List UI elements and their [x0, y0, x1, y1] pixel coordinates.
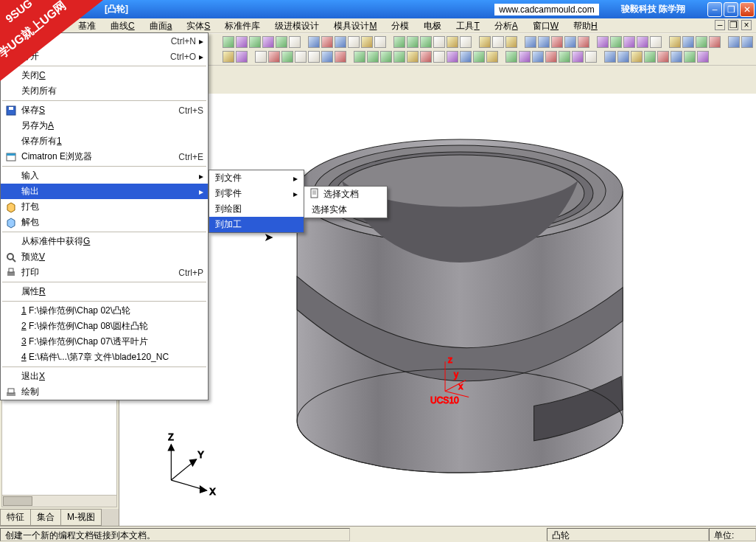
tool-icon[interactable]	[420, 51, 432, 63]
menu-item[interactable]: 绘制	[1, 384, 208, 400]
menu-item[interactable]: 从标准件中获得G	[1, 234, 208, 249]
menu-item[interactable]: 打包	[1, 199, 208, 215]
tool-icon[interactable]	[505, 36, 517, 48]
tool-icon[interactable]	[308, 51, 320, 63]
menu-item[interactable]: 4 E:\稿件\...\第7章 文件\blade120_NC	[1, 350, 208, 365]
tool-icon[interactable]	[728, 36, 740, 48]
menu-tools[interactable]: 工具T	[449, 18, 486, 32]
tool-icon[interactable]	[604, 51, 616, 63]
tool-icon[interactable]	[682, 36, 694, 48]
menu-surface[interactable]: 曲面a	[142, 18, 180, 32]
menu-item[interactable]: 预览V	[1, 249, 208, 265]
menu-analysis[interactable]: 分析A	[487, 18, 525, 32]
tool-icon[interactable]	[545, 51, 557, 63]
submenu2-select-doc[interactable]: 选择文档	[304, 187, 387, 202]
menu-item[interactable]: 保存所有1	[1, 133, 208, 149]
tool-icon[interactable]	[223, 36, 234, 48]
tool-icon[interactable]	[321, 36, 333, 48]
tool-icon[interactable]	[671, 51, 682, 63]
menu-solid[interactable]: 实体S	[179, 18, 217, 32]
menu-curve[interactable]: 曲线C	[103, 18, 142, 32]
menu-item[interactable]: 2 F:\操作范例\Chap 08\圆柱凸轮	[1, 319, 208, 334]
tool-icon[interactable]	[335, 51, 346, 63]
submenu2-select-entity[interactable]: 选择实体	[304, 202, 387, 218]
tool-icon[interactable]	[657, 51, 669, 63]
tool-icon[interactable]	[572, 51, 584, 63]
tool-icon[interactable]	[255, 51, 267, 63]
tool-icon[interactable]	[295, 51, 307, 63]
menu-item[interactable]: 属性R	[1, 284, 208, 299]
menu-item[interactable]: 打印Ctrl+P	[1, 265, 208, 280]
menu-item[interactable]: 输出▸	[1, 184, 208, 199]
tool-icon[interactable]	[741, 36, 753, 48]
tool-icon[interactable]	[367, 51, 379, 63]
tab-feature[interactable]: 特征	[0, 509, 31, 526]
tool-icon[interactable]	[644, 51, 656, 63]
tool-icon[interactable]	[407, 36, 419, 48]
tool-icon[interactable]	[623, 36, 635, 48]
tool-icon[interactable]	[433, 51, 445, 63]
tool-icon[interactable]	[559, 51, 570, 63]
3d-viewport[interactable]: z y x UCS10 Z Y X	[119, 94, 756, 526]
tool-icon[interactable]	[335, 36, 346, 48]
menu-window[interactable]: 窗口W	[525, 18, 566, 32]
tool-icon[interactable]	[460, 36, 472, 48]
close-button[interactable]: ✕	[740, 2, 755, 17]
tool-icon[interactable]	[631, 51, 643, 63]
minimize-button[interactable]: –	[707, 2, 722, 17]
tool-icon[interactable]	[525, 36, 536, 48]
tool-icon[interactable]	[460, 51, 472, 63]
menu-item[interactable]: 保存SCtrl+S	[1, 103, 208, 118]
tool-icon[interactable]	[321, 51, 333, 63]
tool-icon[interactable]	[262, 36, 274, 48]
mdi-restore-icon[interactable]: ❐	[728, 20, 738, 30]
tool-icon[interactable]	[281, 51, 293, 63]
tool-icon[interactable]	[551, 36, 563, 48]
tool-icon[interactable]	[492, 36, 504, 48]
menu-item[interactable]: 关闭所有	[1, 83, 208, 99]
tool-icon[interactable]	[433, 36, 445, 48]
tool-icon[interactable]	[697, 51, 709, 63]
menu-mold[interactable]: 模具设计M	[326, 18, 384, 32]
tool-icon[interactable]	[650, 36, 662, 48]
tool-icon[interactable]	[479, 36, 491, 48]
mdi-min-icon[interactable]: –	[715, 20, 725, 30]
tool-icon[interactable]	[696, 36, 707, 48]
tool-icon[interactable]	[348, 36, 360, 48]
tool-icon[interactable]	[617, 51, 629, 63]
tool-icon[interactable]	[354, 51, 365, 63]
tool-icon[interactable]	[236, 51, 248, 63]
tool-icon[interactable]	[597, 36, 609, 48]
tool-icon[interactable]	[564, 36, 576, 48]
menu-electrode[interactable]: 电极	[416, 18, 449, 32]
menu-item[interactable]: 另存为A	[1, 118, 208, 133]
menu-item[interactable]: Cimatron E浏览器Ctrl+E	[1, 149, 208, 164]
tool-icon[interactable]	[223, 51, 234, 63]
scrollbar[interactable]	[2, 495, 116, 507]
tool-icon[interactable]	[276, 36, 287, 48]
tool-icon[interactable]	[268, 51, 280, 63]
tool-icon[interactable]	[538, 36, 550, 48]
tool-icon[interactable]	[578, 36, 589, 48]
maximize-button[interactable]: ❐	[724, 2, 738, 17]
menu-item[interactable]: 1 F:\操作范例\Chap 02\凸轮	[1, 303, 208, 319]
tool-icon[interactable]	[447, 51, 458, 63]
tool-icon[interactable]	[684, 51, 696, 63]
menu-parting[interactable]: 分模	[384, 18, 416, 32]
tool-icon[interactable]	[393, 51, 405, 63]
submenu-to-nc[interactable]: 到加工	[209, 217, 304, 232]
tool-icon[interactable]	[532, 51, 544, 63]
submenu-to-part[interactable]: 到零件▸	[209, 186, 304, 201]
tool-icon[interactable]	[585, 51, 597, 63]
tool-icon[interactable]	[374, 36, 386, 48]
tool-icon[interactable]	[610, 36, 622, 48]
tool-icon[interactable]	[361, 36, 373, 48]
tool-icon[interactable]	[289, 36, 301, 48]
tab-set[interactable]: 集合	[30, 509, 61, 526]
submenu-to-file[interactable]: 到文件▸	[209, 170, 304, 186]
tool-icon[interactable]	[637, 36, 648, 48]
tool-icon[interactable]	[407, 51, 419, 63]
menu-help[interactable]: 帮助H	[566, 18, 605, 32]
tool-icon[interactable]	[505, 51, 517, 63]
tool-icon[interactable]	[519, 51, 531, 63]
